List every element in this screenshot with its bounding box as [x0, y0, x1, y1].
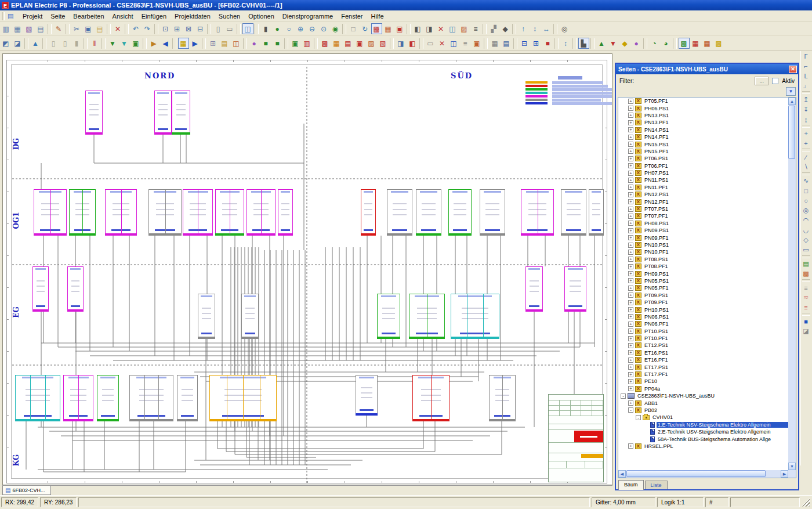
scroll-left-button[interactable]: ◀ — [618, 470, 626, 478]
toolbar1-icon-48[interactable]: ◆ — [500, 23, 511, 34]
tree-row[interactable]: +XPN06.PF1 — [618, 320, 788, 327]
expand-icon[interactable]: + — [628, 257, 633, 262]
distribution-block-2[interactable] — [172, 91, 190, 135]
tree-row[interactable]: +XPH06.PS1 — [618, 104, 788, 111]
toolbar1-icon-43[interactable]: ◫ — [447, 23, 458, 34]
distribution-block-13[interactable] — [416, 189, 441, 236]
toolbar2-icon-69[interactable]: ▦ — [702, 38, 713, 49]
toolbar2-icon-46[interactable]: ▣ — [472, 38, 483, 49]
toolbar1-icon-32[interactable]: ◉ — [330, 23, 341, 34]
distribution-block-32[interactable] — [177, 375, 198, 421]
graphics-tool-icon-17[interactable]: ○ — [801, 196, 811, 205]
graphics-tool-icon-28[interactable]: ≂ — [801, 293, 811, 302]
distribution-block-14[interactable] — [448, 189, 472, 236]
tree-row[interactable]: +XPT10.PF1 — [618, 335, 788, 342]
graphics-tool-icon-27[interactable]: ≡ — [801, 283, 811, 293]
tree-row[interactable]: +XPN12.PF1 — [618, 198, 788, 205]
toolbar1-icon-40[interactable]: ◧ — [412, 23, 423, 34]
tree-row[interactable]: 2:E-Technik USV-Steigschema Elektro Allg… — [618, 428, 788, 435]
distribution-block-6[interactable] — [148, 189, 182, 236]
toolbar1-icon-22[interactable]: ▭ — [224, 23, 235, 34]
toolbar2-icon-52[interactable]: ⊞ — [531, 38, 542, 49]
tree-horizontal-scrollbar[interactable]: ◀ ▶ — [618, 470, 788, 478]
tree-row[interactable]: +XPT07.PS1 — [618, 205, 788, 212]
toolbar1-icon-8[interactable]: ▣ — [83, 23, 94, 34]
expand-icon[interactable]: + — [628, 286, 633, 291]
tree-row[interactable]: +XPN10.PF1 — [618, 248, 788, 255]
tree-row[interactable]: +XET17.PS1 — [618, 363, 788, 370]
filter-active-checkbox[interactable] — [772, 78, 778, 84]
tree-row[interactable]: +XET12.PS1 — [618, 342, 788, 349]
distribution-block-18[interactable] — [589, 189, 604, 236]
expand-icon[interactable]: + — [628, 379, 633, 384]
toolbar1-icon-45[interactable]: ≡ — [470, 23, 481, 34]
graphics-tool-icon-6[interactable]: ↧ — [801, 104, 811, 114]
tree-row[interactable]: 50A-Technik BUS-Steigschema Automation A… — [618, 435, 788, 442]
panel-title-bar[interactable]: Seiten - CSE2863\F1-NSVH-UBS_ausBU ✕ — [616, 64, 798, 74]
toolbar1-icon-28[interactable]: ○ — [284, 23, 295, 34]
tree-row[interactable]: +XPN14.PF1 — [618, 133, 788, 140]
toolbar1-icon-24[interactable]: ◫ — [242, 23, 253, 34]
toolbar2-icon-7[interactable]: ▮ — [71, 38, 82, 49]
distribution-block-5[interactable] — [105, 189, 137, 236]
toolbar1-icon-9[interactable]: ▤ — [95, 23, 106, 34]
expand-icon[interactable]: + — [628, 400, 633, 406]
tree-row[interactable]: +XPT07.PF1 — [618, 212, 788, 219]
tree-row[interactable]: +XPH08.PS1 — [618, 220, 788, 227]
resize-grip[interactable] — [802, 499, 810, 507]
toolbar2-icon-3[interactable]: ▲ — [30, 38, 41, 49]
expand-icon[interactable]: + — [628, 135, 633, 140]
menu-item-seite[interactable]: Seite — [46, 12, 69, 21]
toolbar1-icon-26[interactable]: ▮ — [260, 23, 271, 34]
distribution-block-34[interactable] — [356, 375, 378, 416]
expand-icon[interactable]: + — [628, 163, 633, 168]
toolbar2-icon-64[interactable]: ◔ — [649, 38, 660, 49]
expand-icon[interactable]: + — [628, 271, 633, 276]
toolbar2-icon-15[interactable]: ▶ — [148, 38, 160, 49]
toolbar1-icon-29[interactable]: ⊕ — [295, 23, 306, 34]
toolbar1-icon-44[interactable]: ▨ — [459, 23, 470, 34]
expand-icon[interactable]: + — [628, 314, 633, 319]
distribution-block-15[interactable] — [480, 189, 505, 236]
distribution-block-36[interactable] — [489, 375, 516, 421]
menu-item-optionen[interactable]: Optionen — [244, 12, 278, 21]
expand-icon[interactable]: + — [628, 358, 633, 363]
panel-close-button[interactable]: ✕ — [789, 66, 797, 73]
menu-item-projekt[interactable]: Projekt — [19, 12, 46, 21]
toolbar2-icon-9[interactable]: ‖ — [89, 38, 100, 49]
toolbar2-icon-61[interactable]: ◆ — [619, 38, 630, 49]
tree-row[interactable]: +XPT10.PS1 — [618, 328, 788, 335]
toolbar1-icon-19[interactable]: ⊟ — [195, 23, 206, 34]
distribution-block-10[interactable] — [278, 189, 293, 236]
tree-row[interactable]: +XPH09.PS1 — [618, 270, 788, 277]
tree-row[interactable]: +XPN09.PF1 — [618, 234, 788, 241]
distribution-block-20[interactable] — [67, 266, 84, 312]
graphics-tool-icon-19[interactable]: ◠ — [801, 215, 811, 225]
tree-row[interactable]: +XPN13.PS1 — [618, 112, 788, 119]
distribution-block-25[interactable] — [451, 294, 499, 339]
toolbar2-icon-51[interactable]: ⊟ — [519, 38, 530, 49]
tree-dropdown-button[interactable]: ▼ — [786, 87, 796, 96]
menu-item-dienstprogramme[interactable]: Dienstprogramme — [278, 12, 337, 21]
tree-row[interactable]: 1:E-Technik NSV-Steigschema Elektro Allg… — [618, 421, 788, 428]
expand-icon[interactable]: + — [628, 199, 633, 204]
expand-icon[interactable]: + — [628, 293, 633, 298]
tree-row[interactable]: +XPP04a — [618, 385, 788, 392]
tree-row[interactable]: +XABB1 — [618, 399, 788, 406]
toolbar2-icon-65[interactable]: ◕ — [661, 38, 672, 49]
distribution-block-17[interactable] — [561, 189, 586, 236]
toolbar2-icon-27[interactable]: ■ — [272, 38, 283, 49]
expand-icon[interactable]: + — [628, 328, 633, 334]
tree-row[interactable]: +XPT06.PF1 — [618, 163, 788, 169]
expand-icon[interactable]: + — [628, 443, 633, 449]
toolbar1-icon-52[interactable]: ↔ — [541, 23, 552, 34]
expand-icon[interactable]: + — [628, 364, 633, 370]
horizontal-scroll-thumb[interactable] — [626, 470, 766, 477]
menu-item-ansicht[interactable]: Ansicht — [108, 12, 137, 21]
expand-icon[interactable]: + — [628, 185, 633, 190]
distribution-block-26[interactable] — [525, 266, 543, 312]
distribution-block-35[interactable] — [412, 375, 449, 421]
distribution-block-27[interactable] — [564, 266, 586, 312]
menu-item-bearbeiten[interactable]: Bearbeiten — [69, 12, 108, 21]
expand-icon[interactable]: + — [628, 235, 633, 240]
